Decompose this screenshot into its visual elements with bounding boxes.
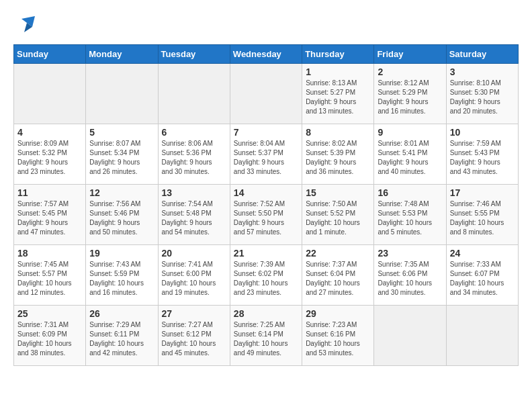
week-row-1: 1Sunrise: 8:13 AM Sunset: 5:27 PM Daylig…: [14, 64, 519, 124]
calendar-cell: [230, 64, 302, 124]
day-number: 26: [89, 308, 154, 319]
calendar-cell: 12Sunrise: 7:56 AM Sunset: 5:46 PM Dayli…: [86, 185, 158, 245]
calendar-cell: [158, 64, 230, 124]
week-row-2: 4Sunrise: 8:09 AM Sunset: 5:32 PM Daylig…: [14, 124, 519, 185]
day-info: Sunrise: 7:48 AM Sunset: 5:53 PM Dayligh…: [378, 199, 442, 237]
day-info: Sunrise: 7:29 AM Sunset: 6:11 PM Dayligh…: [89, 320, 154, 358]
day-number: 5: [89, 127, 154, 138]
logo-text: [13, 13, 38, 38]
day-number: 17: [450, 187, 515, 198]
day-info: Sunrise: 7:46 AM Sunset: 5:55 PM Dayligh…: [450, 199, 515, 237]
day-number: 24: [450, 248, 515, 259]
day-header-wednesday: Wednesday: [230, 45, 302, 64]
day-info: Sunrise: 7:25 AM Sunset: 6:14 PM Dayligh…: [234, 320, 298, 358]
day-number: 4: [17, 127, 82, 138]
logo: [13, 13, 38, 38]
calendar-cell: 24Sunrise: 7:33 AM Sunset: 6:07 PM Dayli…: [446, 245, 518, 306]
day-info: Sunrise: 7:43 AM Sunset: 5:59 PM Dayligh…: [89, 260, 154, 298]
day-info: Sunrise: 8:13 AM Sunset: 5:27 PM Dayligh…: [306, 79, 370, 116]
week-row-3: 11Sunrise: 7:57 AM Sunset: 5:45 PM Dayli…: [14, 185, 519, 245]
day-header-tuesday: Tuesday: [158, 45, 230, 64]
day-info: Sunrise: 8:01 AM Sunset: 5:41 PM Dayligh…: [378, 139, 442, 177]
calendar-cell: 4Sunrise: 8:09 AM Sunset: 5:32 PM Daylig…: [14, 124, 86, 185]
calendar-cell: 5Sunrise: 8:07 AM Sunset: 5:34 PM Daylig…: [86, 124, 158, 185]
day-header-friday: Friday: [374, 45, 446, 64]
calendar-table: SundayMondayTuesdayWednesdayThursdayFrid…: [13, 44, 519, 366]
day-info: Sunrise: 7:23 AM Sunset: 6:16 PM Dayligh…: [306, 320, 370, 358]
day-info: Sunrise: 8:09 AM Sunset: 5:32 PM Dayligh…: [17, 139, 82, 177]
day-number: 2: [378, 66, 442, 77]
day-number: 6: [162, 127, 226, 138]
day-number: 28: [234, 308, 298, 319]
calendar-header-row: SundayMondayTuesdayWednesdayThursdayFrid…: [14, 45, 519, 64]
day-number: 8: [306, 127, 370, 138]
day-number: 10: [450, 127, 515, 138]
day-number: 19: [89, 248, 154, 259]
day-number: 23: [378, 248, 442, 259]
day-header-thursday: Thursday: [302, 45, 374, 64]
calendar-cell: 1Sunrise: 8:13 AM Sunset: 5:27 PM Daylig…: [302, 64, 374, 124]
day-info: Sunrise: 7:56 AM Sunset: 5:46 PM Dayligh…: [89, 199, 154, 237]
day-number: 13: [162, 187, 226, 198]
calendar-cell: 28Sunrise: 7:25 AM Sunset: 6:14 PM Dayli…: [230, 306, 302, 366]
day-info: Sunrise: 7:54 AM Sunset: 5:48 PM Dayligh…: [162, 199, 226, 237]
day-number: 11: [17, 187, 82, 198]
calendar-cell: 26Sunrise: 7:29 AM Sunset: 6:11 PM Dayli…: [86, 306, 158, 366]
calendar-cell: 23Sunrise: 7:35 AM Sunset: 6:06 PM Dayli…: [374, 245, 446, 306]
day-info: Sunrise: 7:41 AM Sunset: 6:00 PM Dayligh…: [162, 260, 226, 298]
day-number: 27: [162, 308, 226, 319]
day-info: Sunrise: 8:04 AM Sunset: 5:37 PM Dayligh…: [234, 139, 298, 177]
calendar-cell: 8Sunrise: 8:02 AM Sunset: 5:39 PM Daylig…: [302, 124, 374, 185]
day-number: 22: [306, 248, 370, 259]
calendar-cell: 9Sunrise: 8:01 AM Sunset: 5:41 PM Daylig…: [374, 124, 446, 185]
calendar-cell: 27Sunrise: 7:27 AM Sunset: 6:12 PM Dayli…: [158, 306, 230, 366]
day-number: 16: [378, 187, 442, 198]
calendar-cell: 20Sunrise: 7:41 AM Sunset: 6:00 PM Dayli…: [158, 245, 230, 306]
calendar-cell: 15Sunrise: 7:50 AM Sunset: 5:52 PM Dayli…: [302, 185, 374, 245]
calendar-cell: 21Sunrise: 7:39 AM Sunset: 6:02 PM Dayli…: [230, 245, 302, 306]
day-info: Sunrise: 7:31 AM Sunset: 6:09 PM Dayligh…: [17, 320, 82, 358]
day-info: Sunrise: 7:33 AM Sunset: 6:07 PM Dayligh…: [450, 260, 515, 298]
calendar-cell: 16Sunrise: 7:48 AM Sunset: 5:53 PM Dayli…: [374, 185, 446, 245]
calendar-cell: 17Sunrise: 7:46 AM Sunset: 5:55 PM Dayli…: [446, 185, 518, 245]
day-info: Sunrise: 7:50 AM Sunset: 5:52 PM Dayligh…: [306, 199, 370, 237]
calendar-cell: 29Sunrise: 7:23 AM Sunset: 6:16 PM Dayli…: [302, 306, 374, 366]
logo-icon: [16, 13, 38, 35]
day-number: 14: [234, 187, 298, 198]
day-info: Sunrise: 8:10 AM Sunset: 5:30 PM Dayligh…: [450, 79, 515, 116]
calendar-cell: 2Sunrise: 8:12 AM Sunset: 5:29 PM Daylig…: [374, 64, 446, 124]
day-info: Sunrise: 7:45 AM Sunset: 5:57 PM Dayligh…: [17, 260, 82, 298]
day-number: 1: [306, 66, 370, 77]
page-header: [13, 13, 519, 38]
day-info: Sunrise: 8:02 AM Sunset: 5:39 PM Dayligh…: [306, 139, 370, 177]
day-number: 18: [17, 248, 82, 259]
day-info: Sunrise: 8:12 AM Sunset: 5:29 PM Dayligh…: [378, 79, 442, 116]
day-number: 9: [378, 127, 442, 138]
day-number: 29: [306, 308, 370, 319]
calendar-cell: 10Sunrise: 7:59 AM Sunset: 5:43 PM Dayli…: [446, 124, 518, 185]
week-row-4: 18Sunrise: 7:45 AM Sunset: 5:57 PM Dayli…: [14, 245, 519, 306]
calendar-cell: 22Sunrise: 7:37 AM Sunset: 6:04 PM Dayli…: [302, 245, 374, 306]
day-number: 21: [234, 248, 298, 259]
calendar-cell: 25Sunrise: 7:31 AM Sunset: 6:09 PM Dayli…: [14, 306, 86, 366]
day-info: Sunrise: 7:59 AM Sunset: 5:43 PM Dayligh…: [450, 139, 515, 177]
day-header-monday: Monday: [86, 45, 158, 64]
day-info: Sunrise: 7:37 AM Sunset: 6:04 PM Dayligh…: [306, 260, 370, 298]
day-number: 15: [306, 187, 370, 198]
day-info: Sunrise: 8:07 AM Sunset: 5:34 PM Dayligh…: [89, 139, 154, 177]
calendar-cell: 6Sunrise: 8:06 AM Sunset: 5:36 PM Daylig…: [158, 124, 230, 185]
calendar-cell: 19Sunrise: 7:43 AM Sunset: 5:59 PM Dayli…: [86, 245, 158, 306]
calendar-cell: [374, 306, 446, 366]
calendar-cell: 18Sunrise: 7:45 AM Sunset: 5:57 PM Dayli…: [14, 245, 86, 306]
day-number: 20: [162, 248, 226, 259]
day-header-saturday: Saturday: [446, 45, 518, 64]
day-info: Sunrise: 8:06 AM Sunset: 5:36 PM Dayligh…: [162, 139, 226, 177]
day-header-sunday: Sunday: [14, 45, 86, 64]
week-row-5: 25Sunrise: 7:31 AM Sunset: 6:09 PM Dayli…: [14, 306, 519, 366]
calendar-cell: 7Sunrise: 8:04 AM Sunset: 5:37 PM Daylig…: [230, 124, 302, 185]
day-info: Sunrise: 7:39 AM Sunset: 6:02 PM Dayligh…: [234, 260, 298, 298]
day-number: 12: [89, 187, 154, 198]
day-info: Sunrise: 7:35 AM Sunset: 6:06 PM Dayligh…: [378, 260, 442, 298]
day-info: Sunrise: 7:52 AM Sunset: 5:50 PM Dayligh…: [234, 199, 298, 237]
calendar-cell: 13Sunrise: 7:54 AM Sunset: 5:48 PM Dayli…: [158, 185, 230, 245]
